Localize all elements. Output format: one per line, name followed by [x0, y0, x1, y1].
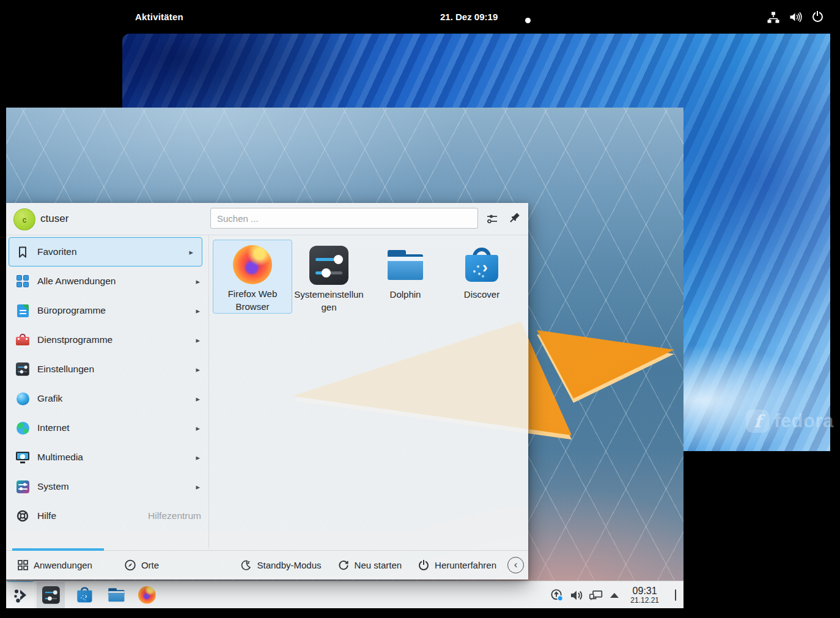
system-settings-icon: [42, 586, 60, 604]
configure-icon[interactable]: [485, 212, 499, 226]
app-label: Discover: [444, 289, 520, 301]
active-tab-indicator: [12, 548, 104, 551]
firefox-icon: [138, 586, 156, 604]
compass-icon: [124, 559, 136, 572]
tab-anwendungen[interactable]: Anwendungen: [17, 559, 92, 572]
chevron-right-icon: ▸: [196, 336, 200, 345]
power-icon[interactable]: [811, 10, 824, 24]
shutdown-button[interactable]: Herunterfahren: [418, 559, 496, 572]
tab-label: Orte: [141, 560, 159, 570]
show-desktop-icon: [675, 589, 676, 601]
sidebar-item-einstellungen[interactable]: Einstellungen ▸: [6, 355, 208, 384]
toolbox-icon: [16, 333, 29, 347]
action-label: Herunterfahren: [435, 560, 496, 570]
sidebar-item-dienstprogramme[interactable]: Dienstprogramme ▸: [6, 325, 208, 355]
panel-clock[interactable]: 09:31 21.12.21: [630, 586, 659, 605]
app-discover[interactable]: › Discover: [444, 241, 520, 301]
chevron-right-icon: ▸: [196, 482, 200, 491]
chevron-right-icon: ▸: [196, 424, 200, 433]
activities-button[interactable]: Aktivitäten: [135, 0, 183, 34]
sidebar-item-label: Dienstprogramme: [37, 334, 112, 345]
sidebar-item-secondary-label: Hilfezentrum: [148, 510, 201, 521]
volume-icon[interactable]: [789, 10, 802, 24]
expand-tray-icon[interactable]: [607, 588, 622, 603]
chevron-right-icon: ▸: [196, 306, 200, 315]
app-systemeinstellungen[interactable]: Systemeinstellungen: [291, 241, 367, 314]
sidebar-item-internet[interactable]: Internet ▸: [6, 413, 208, 443]
system-settings-icon: [309, 246, 348, 285]
app-dolphin[interactable]: Dolphin: [367, 241, 443, 301]
sidebar-item-favoriten[interactable]: Favoriten ▸: [9, 237, 202, 267]
moon-icon: [240, 559, 252, 572]
volume-icon[interactable]: [569, 588, 584, 603]
sphere-icon: [16, 392, 29, 405]
sidebar-item-system[interactable]: System ▸: [6, 472, 208, 501]
sidebar-item-label: System: [37, 481, 69, 492]
kde-vm-screen: c ctuser: [6, 108, 683, 608]
settings-sliders-icon: [16, 362, 29, 376]
pin-icon[interactable]: [508, 212, 521, 226]
system-gradient-icon: [16, 480, 29, 493]
tab-label: Anwendungen: [34, 560, 92, 570]
topbar-clock[interactable]: 21. Dez 09:19: [440, 0, 498, 34]
fedora-watermark-text: fedora: [774, 410, 834, 432]
chevron-right-icon: ▸: [196, 394, 200, 403]
search-input[interactable]: [210, 208, 478, 229]
app-label: Dolphin: [367, 289, 443, 301]
sidebar-item-alle-anwendungen[interactable]: Alle Anwendungen ▸: [6, 267, 208, 296]
sidebar-divider: [208, 235, 209, 548]
office-document-icon: [16, 304, 29, 317]
sidebar-item-label: Favoriten: [37, 246, 77, 257]
show-desktop-button[interactable]: [675, 590, 676, 601]
app-label: Systemeinstellungen: [291, 289, 367, 314]
chevron-right-icon: ▸: [196, 277, 200, 286]
task-firefox[interactable]: [136, 582, 158, 608]
discover-icon: ›: [76, 586, 94, 604]
kickoff-menu: c ctuser: [6, 203, 528, 579]
display-network-icon[interactable]: [589, 588, 603, 603]
bookmark-icon: [16, 245, 29, 259]
fedora-logo-icon: f: [746, 410, 769, 433]
firefox-icon: [233, 245, 272, 284]
kickoff-footer: Anwendungen Orte Standby-Modus: [6, 550, 528, 579]
action-label: Standby-Modus: [257, 560, 321, 570]
clock-time: 09:31: [630, 586, 659, 597]
sidebar-item-label: Büroprogramme: [37, 305, 106, 316]
category-list: Favoriten ▸ Alle Anwendungen ▸ Büroprogr…: [6, 237, 208, 531]
system-tray: 09:31 21.12.21: [550, 582, 683, 608]
suspend-button[interactable]: Standby-Modus: [240, 559, 321, 572]
sidebar-item-label: Multimedia: [37, 452, 83, 463]
sidebar-item-label: Hilfe: [37, 510, 56, 521]
kde-panel: ›: [6, 581, 683, 608]
action-label: Neu starten: [355, 560, 402, 570]
sidebar-item-bueroprogramme[interactable]: Büroprogramme ▸: [6, 296, 208, 325]
task-dolphin[interactable]: [105, 582, 127, 608]
status-icons: [767, 0, 824, 34]
collapse-actions-button[interactable]: ‹: [507, 557, 524, 573]
sidebar-item-label: Internet: [37, 422, 70, 433]
task-systemsettings[interactable]: [37, 582, 65, 608]
gnome-top-bar: Aktivitäten 21. Dez 09:19: [0, 0, 840, 34]
tab-orte[interactable]: Orte: [124, 559, 159, 572]
sidebar-item-grafik[interactable]: Grafik ▸: [6, 384, 208, 413]
application-launcher-button[interactable]: [7, 582, 34, 608]
updates-icon[interactable]: [550, 588, 564, 603]
power-icon: [418, 559, 430, 572]
app-label: Firefox Web Browser: [213, 288, 292, 313]
lifering-icon: [16, 509, 29, 523]
restart-icon: [337, 559, 350, 572]
sidebar-item-hilfe[interactable]: Hilfe Hilfezentrum: [6, 501, 208, 531]
chevron-right-icon: ▸: [189, 248, 193, 257]
discover-icon: ›: [462, 246, 501, 285]
sidebar-item-multimedia[interactable]: Multimedia ▸: [6, 443, 208, 472]
screen: f fedora c ctuser: [0, 0, 840, 618]
task-discover[interactable]: ›: [73, 582, 95, 608]
notification-dot-icon: [525, 18, 531, 23]
wired-network-icon[interactable]: [767, 10, 780, 24]
chevron-right-icon: ▸: [196, 365, 200, 374]
user-avatar[interactable]: c: [13, 208, 35, 230]
app-firefox[interactable]: Firefox Web Browser: [213, 240, 292, 314]
kickoff-header: c ctuser: [6, 203, 528, 235]
apps-grid-icon: [16, 274, 29, 288]
restart-button[interactable]: Neu starten: [337, 559, 402, 572]
